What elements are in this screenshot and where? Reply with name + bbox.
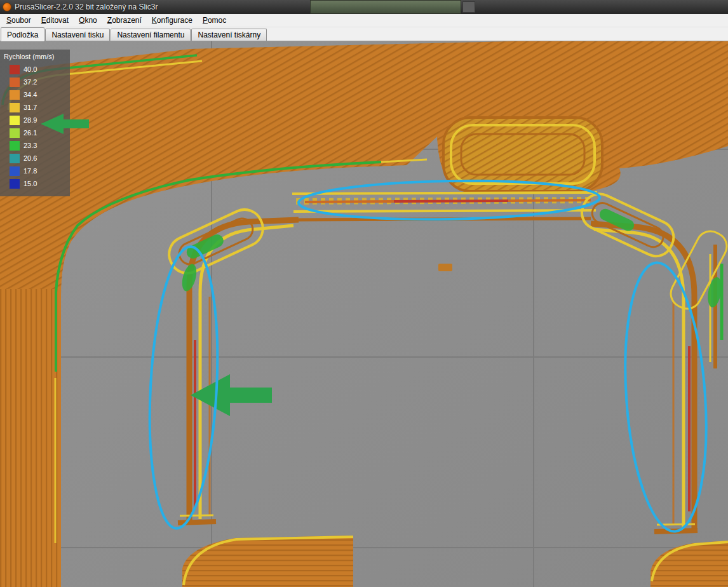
legend-swatch [10,90,20,100]
legend-row: 37.2 [0,76,70,88]
tab-nastaveni-tisku[interactable]: Nastavení tisku [45,29,110,41]
legend-title: Rychlost (mm/s) [0,51,70,63]
menu-zobrazeni[interactable]: Zobrazení [102,15,147,27]
menu-bar: Soubor Editovat Okno Zobrazení Konfigura… [0,14,728,27]
menu-pomoc[interactable]: Pomoc [198,15,231,27]
legend-swatch [10,78,20,87]
legend-swatch [10,65,20,74]
tab-nastaveni-filamentu[interactable]: Nastavení filamentu [111,29,191,41]
tab-bar: Podložka Nastavení tisku Nastavení filam… [0,27,728,41]
menu-editovat[interactable]: Editovat [36,15,74,27]
legend-row: 40.0 [0,63,70,76]
legend-swatch [10,154,20,163]
legend-swatch [10,179,20,189]
app-icon [3,3,11,11]
title-bar: PrusaSlicer-2.2.0 32 bit založený na Sli… [0,0,728,14]
legend-swatch [10,166,20,176]
legend-row: 20.6 [0,152,70,165]
legend-row: 34.4 [0,88,70,101]
legend-row: 17.8 [0,165,70,177]
menu-soubor[interactable]: Soubor [1,15,36,27]
legend-row: 23.3 [0,139,70,152]
annotation-arrow-small [39,112,90,137]
3d-viewport[interactable]: Rychlost (mm/s) 40.0 37.2 34.4 31.7 28.9… [0,41,728,587]
legend-swatch [10,103,20,112]
menu-konfigurace[interactable]: Konfigurace [147,15,198,27]
tab-nastaveni-tiskarny[interactable]: Nastavení tiskárny [191,29,267,41]
background-window-button [462,1,475,13]
legend-swatch [10,116,20,125]
legend-row: 15.0 [0,177,70,190]
window-title: PrusaSlicer-2.2.0 32 bit založený na Sli… [15,3,158,11]
menu-okno[interactable]: Okno [74,15,102,27]
gcode-preview-scene [0,41,728,587]
legend-swatch [10,141,20,151]
background-window [310,0,461,14]
legend-swatch [10,128,20,138]
legend-row: 31.7 [0,101,70,114]
tab-podlozka[interactable]: Podložka [1,27,44,41]
